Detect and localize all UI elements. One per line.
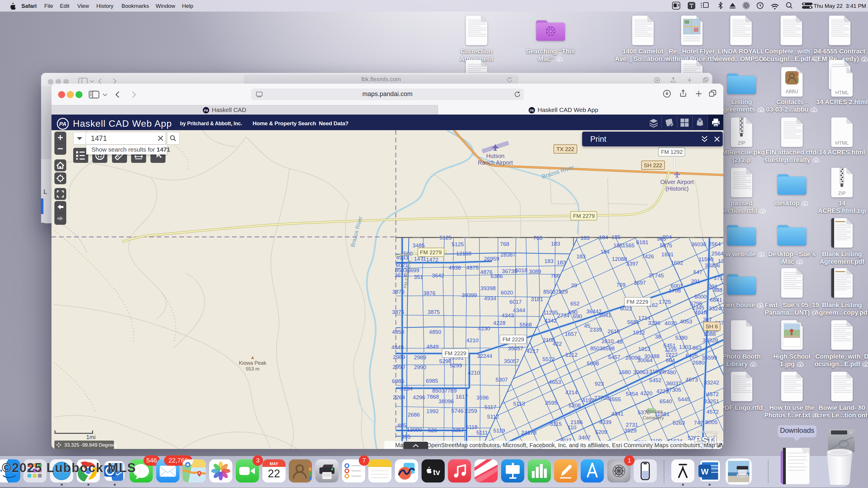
svg-text:3642: 3642 <box>432 272 444 279</box>
svg-text:4818: 4818 <box>695 309 707 315</box>
svg-text:ZIP: ZIP <box>838 191 846 196</box>
svg-text:38096: 38096 <box>439 398 454 404</box>
svg-text:4573: 4573 <box>686 377 698 383</box>
svg-text:33242: 33242 <box>704 380 719 386</box>
svg-text:4572: 4572 <box>707 409 719 415</box>
svg-text:3407: 3407 <box>578 434 591 441</box>
svg-text:3875: 3875 <box>428 309 440 315</box>
svg-text:5119: 5119 <box>493 427 505 434</box>
svg-text:4572: 4572 <box>707 391 719 397</box>
svg-text:2564: 2564 <box>711 251 723 257</box>
svg-text:11590: 11590 <box>699 256 713 262</box>
svg-text:183: 183 <box>576 253 586 259</box>
svg-text:Ranch Airport: Ranch Airport <box>478 159 513 166</box>
svg-text:1913: 1913 <box>638 346 650 352</box>
svg-text:663: 663 <box>692 345 702 351</box>
svg-text:2610: 2610 <box>608 328 620 334</box>
svg-text:1725: 1725 <box>659 299 671 305</box>
svg-text:2686: 2686 <box>408 412 420 418</box>
svg-text:3596: 3596 <box>476 395 489 401</box>
svg-text:3876: 3876 <box>423 290 435 296</box>
svg-text:7426: 7426 <box>642 253 654 259</box>
svg-text:4850: 4850 <box>392 329 404 335</box>
svg-text:526: 526 <box>428 427 437 433</box>
svg-text:33240: 33240 <box>709 305 723 312</box>
svg-text:28387: 28387 <box>500 252 516 258</box>
svg-text:4344: 4344 <box>513 307 525 313</box>
svg-text:747: 747 <box>694 420 703 426</box>
svg-text:5445: 5445 <box>678 396 690 402</box>
svg-text:Cemetery: Cemetery <box>643 415 664 421</box>
svg-text:6181: 6181 <box>636 239 648 245</box>
svg-text:32244: 32244 <box>477 353 492 359</box>
svg-text:1992: 1992 <box>427 408 439 414</box>
svg-text:37745: 37745 <box>649 272 664 279</box>
svg-text:664: 664 <box>666 357 675 363</box>
svg-text:647: 647 <box>693 269 703 275</box>
svg-text:3089: 3089 <box>529 268 541 274</box>
svg-text:2257: 2257 <box>452 427 464 433</box>
svg-text:12088: 12088 <box>612 256 627 262</box>
svg-text:1713: 1713 <box>714 275 723 281</box>
svg-text:5263: 5263 <box>673 420 685 426</box>
svg-text:4053: 4053 <box>680 319 692 325</box>
svg-text:3876: 3876 <box>392 289 404 295</box>
svg-text:6018: 6018 <box>515 267 527 273</box>
svg-text:2990: 2990 <box>414 364 426 370</box>
svg-text:2734: 2734 <box>557 313 570 319</box>
svg-text:39399: 39399 <box>462 292 477 298</box>
svg-text:13090: 13090 <box>407 427 422 433</box>
svg-text:4849: 4849 <box>392 344 404 350</box>
svg-text:8005: 8005 <box>705 419 717 425</box>
svg-text:6000: 6000 <box>694 294 707 300</box>
svg-text:183: 183 <box>551 241 560 247</box>
svg-text:4934: 4934 <box>484 295 496 301</box>
svg-text:4555: 4555 <box>609 396 621 402</box>
svg-text:HTML: HTML <box>835 140 848 146</box>
svg-text:7480: 7480 <box>664 369 676 376</box>
svg-text:110: 110 <box>568 424 576 430</box>
svg-text:PA: PA <box>530 109 534 112</box>
svg-text:5111: 5111 <box>476 429 488 436</box>
svg-text:766: 766 <box>551 273 560 279</box>
svg-text:3541: 3541 <box>599 312 611 318</box>
svg-text:5307: 5307 <box>496 377 508 383</box>
svg-text:4653: 4653 <box>549 379 561 385</box>
svg-text:4936: 4936 <box>449 265 461 271</box>
svg-text:183: 183 <box>557 259 566 265</box>
svg-text:3929: 3929 <box>624 427 637 434</box>
svg-text:4220: 4220 <box>640 390 652 396</box>
svg-text:5681: 5681 <box>627 319 640 325</box>
svg-text:2990: 2990 <box>393 364 405 370</box>
svg-text:26959: 26959 <box>484 256 499 262</box>
svg-text:4221: 4221 <box>656 388 669 394</box>
svg-text:4342: 4342 <box>545 318 557 324</box>
svg-text:36036: 36036 <box>691 241 707 247</box>
svg-text:1697: 1697 <box>633 280 646 286</box>
svg-text:24178: 24178 <box>521 429 537 436</box>
svg-text:39398: 39398 <box>480 285 496 291</box>
svg-text:FM 2229: FM 2229 <box>627 299 648 305</box>
svg-text:3181: 3181 <box>531 296 543 302</box>
svg-text:Roches: Roches <box>646 409 663 414</box>
svg-text:6985: 6985 <box>392 378 404 384</box>
svg-text:1617: 1617 <box>456 394 468 400</box>
svg-text:35057: 35057 <box>508 346 523 352</box>
svg-text:4193: 4193 <box>582 397 594 403</box>
svg-text:4210: 4210 <box>466 337 478 344</box>
svg-text:2564: 2564 <box>709 241 721 247</box>
svg-text:2731: 2731 <box>626 422 638 428</box>
svg-text:5457: 5457 <box>608 354 620 360</box>
svg-text:PA: PA <box>204 109 208 112</box>
svg-text:3485: 3485 <box>412 242 425 249</box>
svg-text:6985: 6985 <box>426 378 438 384</box>
svg-text:5112: 5112 <box>487 414 499 420</box>
svg-text:6020: 6020 <box>501 290 513 296</box>
svg-text:5209: 5209 <box>595 429 607 435</box>
svg-text:ABBU: ABBU <box>785 89 798 94</box>
svg-text:769: 769 <box>616 282 625 288</box>
svg-text:184: 184 <box>600 249 610 255</box>
svg-text:ZIP: ZIP <box>738 140 745 146</box>
svg-text:351: 351 <box>414 274 423 280</box>
svg-text:11235: 11235 <box>543 310 558 316</box>
